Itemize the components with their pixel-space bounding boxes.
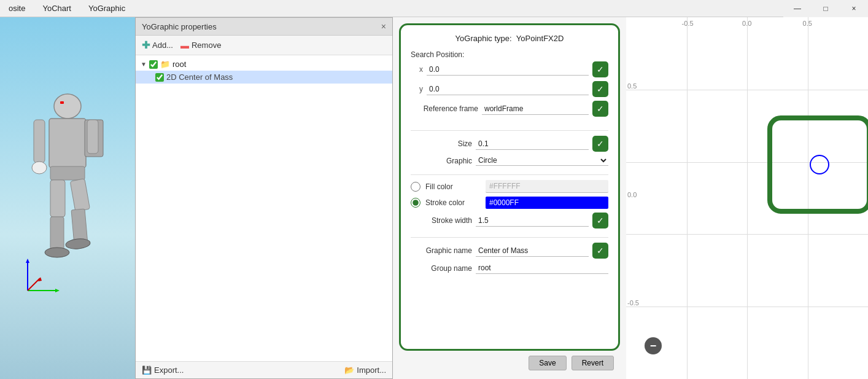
reference-frame-label: Reference frame bbox=[411, 104, 478, 113]
axis-label-center: 0.0 bbox=[627, 191, 637, 198]
x-confirm-button[interactable]: ✓ bbox=[592, 61, 608, 77]
add-button[interactable]: ✚ Add... bbox=[142, 39, 173, 51]
stroke-width-label: Stroke width bbox=[411, 216, 472, 225]
svg-point-0 bbox=[54, 94, 81, 119]
maximize-button[interactable]: □ bbox=[812, 0, 840, 17]
child-checkbox[interactable] bbox=[155, 73, 164, 82]
tree-row-child[interactable]: 2D Center of Mass bbox=[136, 71, 392, 84]
stroke-color-label: Stroke color bbox=[425, 198, 481, 207]
stroke-width-input[interactable] bbox=[476, 215, 589, 227]
plus-icon: ✚ bbox=[142, 39, 150, 51]
menu-item-yochart[interactable]: YoChart bbox=[39, 2, 75, 14]
size-input[interactable] bbox=[476, 138, 589, 150]
axis-label-top-left: -0.5 bbox=[682, 20, 694, 27]
chart-grid: -0.5 0.0 0.5 0.5 0.0 -0.5 − bbox=[626, 17, 868, 379]
svg-marker-18 bbox=[55, 289, 60, 292]
stroke-color-radio[interactable] bbox=[411, 198, 420, 208]
tree-area: ▼ 📁 root 2D Center of Mass bbox=[136, 55, 392, 361]
tree-row-root[interactable]: ▼ 📁 root bbox=[136, 58, 392, 71]
minimize-button[interactable]: — bbox=[783, 0, 812, 17]
size-label: Size bbox=[411, 139, 472, 148]
properties-window: YoGraphic properties × ✚ Add... ▬ Remove… bbox=[135, 17, 393, 379]
axis-label-bot-left: -0.5 bbox=[627, 299, 639, 307]
svg-rect-4 bbox=[34, 120, 45, 163]
graphic-name-confirm-button[interactable]: ✓ bbox=[592, 243, 608, 259]
zoom-minus-button[interactable]: − bbox=[645, 337, 662, 354]
group-name-input[interactable] bbox=[476, 262, 608, 274]
close-window-button[interactable]: × bbox=[840, 0, 868, 17]
svg-point-12 bbox=[45, 248, 69, 257]
group-name-label: Group name bbox=[411, 264, 472, 273]
root-checkbox[interactable] bbox=[149, 60, 158, 69]
properties-title: YoGraphic properties bbox=[142, 22, 217, 31]
svg-rect-1 bbox=[60, 101, 64, 104]
root-label: root bbox=[172, 60, 186, 69]
reference-frame-input[interactable] bbox=[482, 103, 589, 115]
form-inner: YoGraphic type: YoPointFX2D Search Posit… bbox=[399, 23, 620, 351]
y-confirm-button[interactable]: ✓ bbox=[592, 81, 608, 97]
form-title: YoGraphic type: YoPointFX2D bbox=[411, 34, 608, 43]
x-input[interactable] bbox=[427, 64, 589, 76]
svg-rect-9 bbox=[70, 178, 90, 211]
grid-line-v2 bbox=[747, 17, 748, 379]
axis-label-top-center: 0.0 bbox=[742, 20, 751, 27]
y-input[interactable] bbox=[427, 84, 589, 95]
graphic-select[interactable]: Circle Square Triangle Cross bbox=[476, 155, 608, 166]
svg-marker-17 bbox=[26, 259, 29, 263]
save-button[interactable]: Save bbox=[529, 356, 566, 370]
fill-color-label: Fill color bbox=[425, 182, 481, 191]
chart-panel: -0.5 0.0 0.5 0.5 0.0 -0.5 − bbox=[626, 17, 868, 379]
export-icon: 💾 bbox=[142, 365, 152, 375]
export-label: Export... bbox=[154, 365, 184, 375]
stroke-width-confirm-button[interactable]: ✓ bbox=[592, 213, 608, 229]
type-value: YoPointFX2D bbox=[516, 34, 564, 43]
svg-rect-10 bbox=[50, 217, 64, 251]
x-label: x bbox=[411, 65, 423, 74]
revert-button[interactable]: Revert bbox=[572, 356, 614, 370]
robot-panel bbox=[0, 17, 135, 379]
minus-icon: ▬ bbox=[180, 41, 189, 50]
form-actions: Save Revert bbox=[399, 351, 620, 373]
tree-arrow-icon: ▼ bbox=[141, 61, 147, 68]
properties-title-bar: YoGraphic properties × bbox=[136, 18, 392, 36]
form-panel: YoGraphic type: YoPointFX2D Search Posit… bbox=[393, 17, 626, 379]
fill-color-input[interactable] bbox=[486, 180, 608, 193]
add-label: Add... bbox=[152, 41, 173, 50]
svg-point-13 bbox=[65, 238, 90, 249]
fill-color-radio[interactable] bbox=[411, 182, 420, 192]
search-position-label: Search Position: bbox=[411, 50, 608, 59]
remove-label: Remove bbox=[192, 41, 221, 50]
size-confirm-button[interactable]: ✓ bbox=[592, 136, 608, 152]
svg-rect-7 bbox=[50, 166, 85, 180]
props-bottom: 💾 Export... 📂 Import... bbox=[136, 361, 392, 378]
svg-rect-6 bbox=[87, 120, 98, 154]
svg-line-16 bbox=[28, 278, 40, 291]
type-prefix: YoGraphic type: bbox=[455, 34, 512, 43]
center-of-mass-circle bbox=[810, 155, 829, 174]
child-label: 2D Center of Mass bbox=[166, 72, 233, 82]
svg-rect-8 bbox=[50, 180, 65, 217]
props-toolbar: ✚ Add... ▬ Remove bbox=[136, 36, 392, 55]
menu-item-osite[interactable]: osite bbox=[5, 2, 29, 14]
stroke-color-input[interactable] bbox=[486, 197, 608, 209]
properties-close-icon[interactable]: × bbox=[381, 21, 386, 31]
graphic-name-label: Graphic name bbox=[411, 246, 472, 255]
grid-line-v1 bbox=[687, 17, 688, 379]
export-button[interactable]: 💾 Export... bbox=[142, 365, 184, 375]
import-icon: 📂 bbox=[344, 365, 354, 375]
robot-svg bbox=[18, 69, 117, 327]
y-label: y bbox=[411, 85, 423, 93]
yopoint-visualization bbox=[767, 115, 868, 214]
svg-rect-2 bbox=[49, 119, 86, 168]
import-label: Import... bbox=[357, 365, 386, 375]
menu-item-yographic[interactable]: YoGraphic bbox=[85, 2, 129, 14]
graphic-label: Graphic bbox=[411, 157, 472, 165]
svg-rect-11 bbox=[71, 209, 88, 244]
reference-frame-confirm-button[interactable]: ✓ bbox=[592, 101, 608, 117]
svg-point-5 bbox=[32, 162, 47, 174]
menu-bar: osite YoChart YoGraphic bbox=[0, 0, 868, 17]
axis-label-top-right: 0.5 bbox=[803, 20, 812, 27]
import-button[interactable]: 📂 Import... bbox=[344, 365, 386, 375]
remove-button[interactable]: ▬ Remove bbox=[180, 41, 221, 50]
graphic-name-input[interactable] bbox=[476, 245, 589, 257]
